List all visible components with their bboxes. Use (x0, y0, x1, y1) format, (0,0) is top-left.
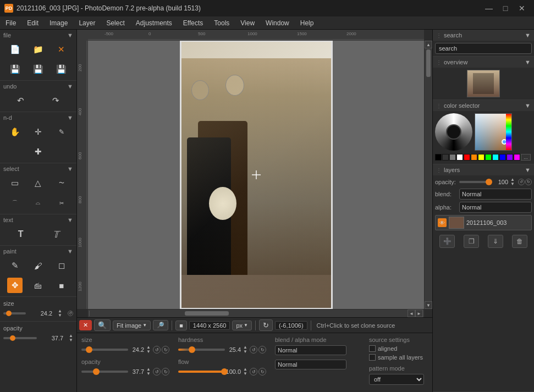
canvas-scroll-area[interactable] (88, 41, 424, 309)
menu-view[interactable]: View (235, 16, 260, 29)
close-button[interactable]: ✕ (514, 2, 530, 14)
opacity-layer-reset-btn[interactable]: ↺ (518, 179, 525, 185)
pencil-tool[interactable]: ✎ (7, 258, 23, 273)
nd-section-header[interactable]: n-d ▼ (0, 113, 76, 122)
opacity-b-down[interactable]: ▼ (146, 372, 151, 376)
hardness-slider[interactable] (178, 349, 225, 351)
brush-tool[interactable]: 🖌 (30, 258, 46, 273)
scrollbar-h-thumb[interactable] (185, 311, 229, 316)
fit-image-select[interactable]: Fit image ▼ (113, 321, 151, 330)
opacity-reset-right[interactable]: ↻ (162, 368, 169, 376)
hardness-thumb[interactable] (189, 346, 195, 353)
swatch-yellow[interactable] (478, 154, 485, 161)
select-section-header[interactable]: select ▼ (0, 164, 76, 173)
merge-layer-button[interactable]: ⇓ (488, 235, 503, 248)
layers-opacity-thumb[interactable] (486, 179, 492, 185)
swatch-blue[interactable] (499, 154, 506, 161)
hardness-reset-r[interactable]: ↻ (258, 346, 266, 354)
swatch-green[interactable] (485, 154, 492, 161)
opacity-layer-arrows[interactable]: ▲ ▼ (510, 178, 515, 186)
menu-help[interactable]: Help (295, 16, 320, 29)
menu-file[interactable]: File (0, 16, 21, 29)
menu-image[interactable]: Image (44, 16, 73, 29)
crop-tool[interactable]: ✚ (31, 144, 46, 159)
opacity-slider-thumb[interactable] (10, 335, 15, 341)
flow-arrows[interactable]: ▲ ▼ (243, 367, 247, 376)
open-button[interactable]: 📁 (30, 42, 46, 57)
maximize-button[interactable]: □ (498, 2, 513, 14)
alpha-select-container[interactable]: Normal Multiply Screen (275, 360, 360, 369)
layers-blend-select[interactable]: Normal Multiply Screen (459, 189, 532, 200)
size-reset-right[interactable]: ↻ (162, 346, 169, 354)
cancel-tool-button[interactable]: ✕ (79, 320, 92, 330)
layers-opacity-slider[interactable] (459, 181, 488, 183)
lasso-tool[interactable]: 〜 (54, 175, 69, 191)
color-more-button[interactable]: ... (521, 154, 531, 161)
flow-slider[interactable] (178, 371, 224, 373)
paint-bucket-tool[interactable]: 🖮 (30, 278, 46, 293)
hardness-reset-l[interactable]: ↺ (250, 346, 257, 354)
opacity-bottom-arrows[interactable]: ▲ ▼ (146, 367, 151, 376)
opacity-bottom-thumb[interactable] (93, 368, 100, 375)
pattern-select-container[interactable]: off on (369, 374, 432, 385)
flow-reset-l[interactable]: ↺ (250, 368, 257, 376)
opacity-spinner[interactable]: ▲ ▼ (69, 334, 73, 343)
eraser-tool[interactable]: ◻ (54, 258, 69, 273)
menu-window[interactable]: Window (260, 16, 295, 29)
scroll-up-btn[interactable]: ▲ (425, 41, 432, 48)
unit-selector[interactable]: px ▼ (232, 321, 252, 330)
polygon-select-tool[interactable]: ⌒ (7, 195, 23, 211)
list-item[interactable]: 👁 20121106_003 (435, 215, 532, 230)
opacity-reset-left[interactable]: ↺ (153, 368, 161, 376)
flow-reset-r[interactable]: ↻ (258, 368, 266, 376)
ellipse-select-tool[interactable]: △ (30, 175, 46, 191)
undo-button[interactable]: ↶ (13, 93, 29, 108)
size-reset-left[interactable]: ↺ (153, 346, 161, 354)
color-hue-gradient[interactable] (475, 113, 512, 151)
paint-section-header[interactable]: paint ▼ (0, 247, 76, 256)
redo-button[interactable]: ↷ (48, 93, 63, 108)
add-layer-button[interactable]: ➕ (439, 235, 455, 248)
size-slider[interactable] (3, 312, 26, 314)
text-section-header[interactable]: text ▼ (0, 216, 76, 224)
delete-layer-button[interactable]: 🗑 (512, 235, 527, 248)
hardness-down[interactable]: ▼ (243, 350, 247, 354)
zoom-out-btn[interactable]: 🔎 (153, 320, 168, 330)
swatch-orange[interactable] (471, 154, 477, 161)
file-section-header[interactable]: file ▼ (0, 31, 76, 40)
sample-all-checkbox[interactable] (369, 354, 376, 361)
swatch-red[interactable] (464, 154, 470, 161)
magic-wand-tool[interactable]: ✂ (54, 195, 69, 211)
size-b-down[interactable]: ▼ (146, 350, 151, 354)
scroll-down-btn[interactable]: ▼ (425, 301, 432, 309)
hardness-arrows[interactable]: ▲ ▼ (243, 345, 247, 354)
opacity-layer-down[interactable]: ▼ (510, 182, 515, 186)
size-slider-thumb[interactable] (6, 311, 12, 316)
color-wheel-bw[interactable] (435, 113, 472, 151)
layers-header[interactable]: ⋮ layers ▼ (433, 164, 534, 175)
size-down-arrow[interactable]: ▼ (58, 313, 62, 318)
freehand-select-tool[interactable]: ⌓ (30, 195, 46, 211)
color-selector-header[interactable]: ⋮ color selector ▼ (433, 100, 534, 111)
alpha-select-wrapper[interactable]: Normal Multiply Screen (459, 202, 532, 213)
search-input[interactable] (435, 43, 532, 54)
swatch-cyan[interactable] (492, 154, 499, 161)
menu-edit[interactable]: Edit (21, 16, 44, 29)
menu-select[interactable]: Select (101, 16, 130, 29)
blend-select-wrapper[interactable]: Normal Multiply Screen (459, 189, 532, 200)
eyedropper-tool[interactable]: ✎ (54, 124, 69, 140)
color-replace-tool[interactable]: ■ (54, 278, 69, 293)
blend-select[interactable]: Normal Multiply Screen (275, 345, 346, 355)
blend-select-container[interactable]: Normal Multiply Screen (275, 345, 360, 355)
rect-select-tool[interactable]: ▭ (7, 175, 23, 191)
opacity-layer-redo-btn[interactable]: ↻ (525, 179, 532, 185)
export-button[interactable]: 💾 (54, 62, 69, 77)
hand-tool[interactable]: ✋ (7, 124, 23, 140)
opacity-slider[interactable] (3, 337, 37, 339)
swatch-black[interactable] (435, 154, 442, 161)
save-button[interactable]: 💾 (7, 62, 23, 77)
overview-header[interactable]: ⋮ overview ▼ (433, 57, 534, 68)
duplicate-layer-button[interactable]: ❐ (464, 235, 479, 248)
scroll-right-btn[interactable]: ► (415, 310, 423, 317)
menu-adjustments[interactable]: Adjustments (130, 16, 178, 29)
